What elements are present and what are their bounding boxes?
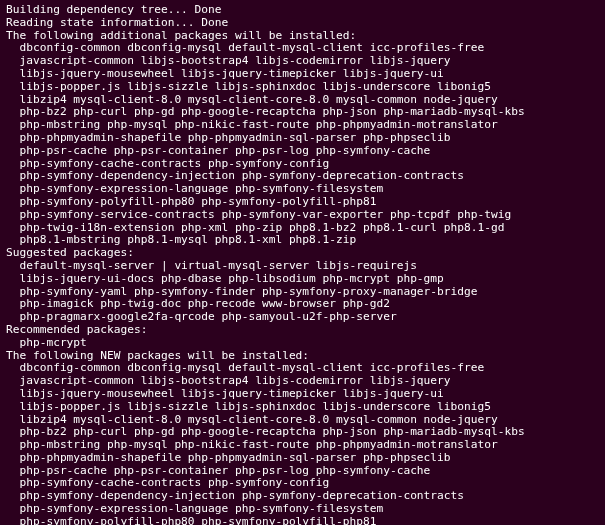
terminal-line: php-symfony-service-contracts php-symfon… xyxy=(6,209,599,222)
terminal-line: Reading state information... Done xyxy=(6,17,599,30)
terminal-line: php-psr-cache php-psr-container php-psr-… xyxy=(6,145,599,158)
terminal-line: libjs-jquery-mousewheel libjs-jquery-tim… xyxy=(6,68,599,81)
terminal-line: default-mysql-server | virtual-mysql-ser… xyxy=(6,260,599,273)
terminal-line: php-mbstring php-mysql php-nikic-fast-ro… xyxy=(6,439,599,452)
terminal-line: php-pragmarx-google2fa-qrcode php-samyou… xyxy=(6,311,599,324)
terminal-line: php-mcrypt xyxy=(6,337,599,350)
terminal-line: Recommended packages: xyxy=(6,324,599,337)
terminal-line: php-symfony-polyfill-php80 php-symfony-p… xyxy=(6,516,599,525)
terminal-line: php-phpmyadmin-shapefile php-phpmyadmin-… xyxy=(6,132,599,145)
terminal-line: php-symfony-expression-language php-symf… xyxy=(6,503,599,516)
terminal-line: Building dependency tree... Done xyxy=(6,4,599,17)
terminal-line: libjs-jquery-mousewheel libjs-jquery-tim… xyxy=(6,388,599,401)
terminal-line: libjs-jquery-ui-docs php-dbase php-libso… xyxy=(6,273,599,286)
terminal-output[interactable]: Building dependency tree... DoneReading … xyxy=(0,0,605,525)
terminal-line: javascript-common libjs-bootstrap4 libjs… xyxy=(6,375,599,388)
terminal-line: php-symfony-polyfill-php80 php-symfony-p… xyxy=(6,196,599,209)
terminal-line: php-phpmyadmin-shapefile php-phpmyadmin-… xyxy=(6,452,599,465)
terminal-line: libjs-popper.js libjs-sizzle libjs-sphin… xyxy=(6,401,599,414)
terminal-line: libjs-popper.js libjs-sizzle libjs-sphin… xyxy=(6,81,599,94)
